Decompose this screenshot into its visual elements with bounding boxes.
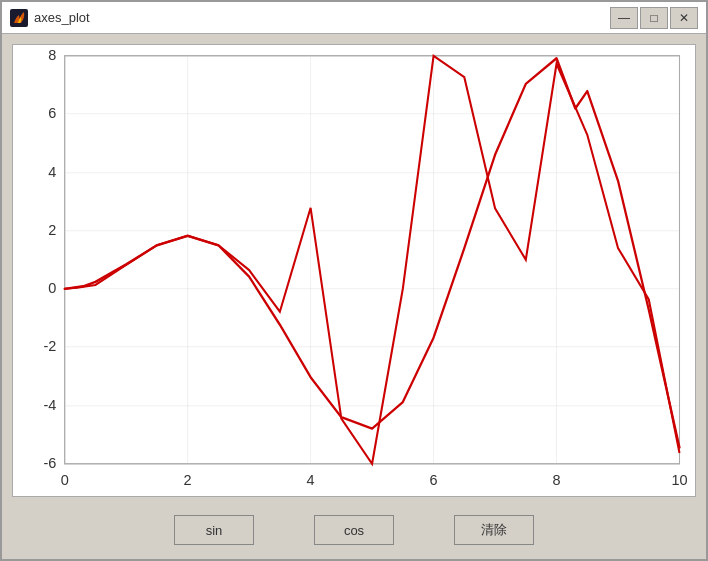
sin-button[interactable]: sin — [174, 515, 254, 545]
svg-text:2: 2 — [48, 222, 56, 238]
svg-text:-4: -4 — [44, 397, 57, 413]
svg-text:4: 4 — [307, 472, 315, 488]
svg-text:0: 0 — [61, 472, 69, 488]
svg-text:8: 8 — [553, 472, 561, 488]
svg-text:6: 6 — [48, 105, 56, 121]
plot-canvas: 8 6 4 2 0 -2 -4 -6 0 2 4 6 8 — [13, 45, 695, 496]
app-icon — [10, 9, 28, 27]
window-title: axes_plot — [34, 10, 610, 25]
svg-text:-2: -2 — [44, 338, 57, 354]
main-window: axes_plot — □ ✕ — [0, 0, 708, 561]
window-controls: — □ ✕ — [610, 7, 698, 29]
svg-text:10: 10 — [671, 472, 687, 488]
svg-text:6: 6 — [430, 472, 438, 488]
titlebar: axes_plot — □ ✕ — [2, 2, 706, 34]
cos-button[interactable]: cos — [314, 515, 394, 545]
svg-text:4: 4 — [48, 164, 56, 180]
close-button[interactable]: ✕ — [670, 7, 698, 29]
svg-text:0: 0 — [48, 280, 56, 296]
plot-area: 8 6 4 2 0 -2 -4 -6 0 2 4 6 8 — [12, 44, 696, 497]
svg-rect-1 — [65, 56, 680, 464]
svg-text:-6: -6 — [44, 455, 57, 471]
svg-text:8: 8 — [48, 47, 56, 63]
svg-text:2: 2 — [184, 472, 192, 488]
maximize-button[interactable]: □ — [640, 7, 668, 29]
clear-button[interactable]: 清除 — [454, 515, 534, 545]
main-content: 8 6 4 2 0 -2 -4 -6 0 2 4 6 8 — [2, 34, 706, 559]
button-row: sin cos 清除 — [12, 507, 696, 549]
minimize-button[interactable]: — — [610, 7, 638, 29]
